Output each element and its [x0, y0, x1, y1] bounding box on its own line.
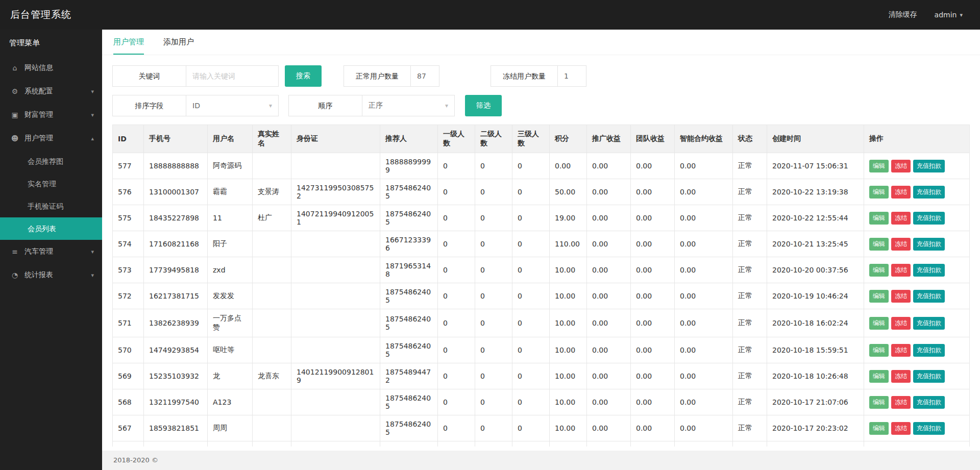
display-icon: ▣: [9, 111, 20, 119]
freeze-button[interactable]: 冻结: [891, 238, 911, 251]
keyword-input[interactable]: [186, 65, 279, 87]
chevron-down-icon: ▾: [91, 249, 94, 255]
sidebar-item-system-config[interactable]: ⚙系统配置▾: [0, 80, 102, 103]
table-cell: 0: [475, 337, 512, 363]
table-row: 57613100001307霸霸支景涛142731199503085752187…: [113, 179, 970, 205]
table-cell: 正常: [733, 283, 767, 309]
edit-button[interactable]: 编辑: [869, 370, 889, 383]
edit-button[interactable]: 编辑: [869, 422, 889, 435]
edit-button[interactable]: 编辑: [869, 396, 889, 409]
recharge-button[interactable]: 充值扣款: [913, 238, 945, 251]
edit-button[interactable]: 编辑: [869, 160, 889, 172]
chevron-down-icon: ▾: [269, 102, 272, 109]
freeze-button[interactable]: 冻结: [891, 344, 911, 357]
table-cell: 0: [475, 309, 512, 337]
sidebar-item-site-info[interactable]: ⌂网站信息: [0, 56, 102, 80]
freeze-button[interactable]: 冻结: [891, 370, 911, 383]
sidebar-item-car-management[interactable]: ≡汽车管理▾: [0, 240, 102, 263]
table-cell: 0: [475, 441, 512, 447]
edit-button[interactable]: 编辑: [869, 290, 889, 303]
column-header: 手机号: [144, 125, 208, 153]
table-cell: 正常: [733, 441, 767, 447]
table-cell: 发发发: [208, 283, 253, 309]
table-cell: [291, 153, 380, 179]
tab[interactable]: 用户管理: [113, 30, 144, 55]
table-cell: 霸霸: [208, 179, 253, 205]
table-cell: 0: [512, 441, 550, 447]
tab[interactable]: 添加用户: [163, 30, 194, 55]
table-cell: [291, 283, 380, 309]
sidebar-subitem[interactable]: 手机验证码: [0, 195, 102, 217]
recharge-button[interactable]: 充值扣款: [913, 370, 945, 383]
edit-button[interactable]: 编辑: [869, 238, 889, 251]
sidebar-item-wealth-management[interactable]: ▣财富管理▾: [0, 103, 102, 127]
table-cell: 17160821168: [144, 231, 208, 257]
freeze-button[interactable]: 冻结: [891, 160, 911, 172]
column-header: ID: [113, 125, 144, 153]
freeze-button[interactable]: 冻结: [891, 290, 911, 303]
edit-button[interactable]: 编辑: [869, 264, 889, 277]
freeze-button[interactable]: 冻结: [891, 422, 911, 435]
table-cell: 2020-10-17 20:21:26: [767, 441, 864, 447]
table-cell: 13211997540: [144, 389, 208, 415]
table-cell: 0.00: [675, 363, 733, 389]
sort-field-select[interactable]: ID ▾: [186, 95, 279, 116]
table-cell: 18754862405: [380, 389, 438, 415]
sidebar-item-report-stats[interactable]: ◔统计报表▾: [0, 263, 102, 287]
table-cell: 2020-10-19 10:46:24: [767, 283, 864, 309]
table-cell: 龙喜东: [253, 363, 291, 389]
table-cell: 0: [438, 257, 475, 283]
admin-user-menu[interactable]: admin ▾: [935, 11, 963, 19]
table-cell: 呕吐等: [208, 337, 253, 363]
recharge-button[interactable]: 充值扣款: [913, 264, 945, 277]
edit-button[interactable]: 编辑: [869, 344, 889, 357]
filter-row-search: 关键词 搜索 正常用户数量 87 冻结用户数量 1: [112, 65, 970, 87]
table-cell: 正常: [733, 153, 767, 179]
recharge-button[interactable]: 充值扣款: [913, 317, 945, 330]
table-cell: 0: [475, 283, 512, 309]
freeze-button[interactable]: 冻结: [891, 212, 911, 225]
recharge-button[interactable]: 充值扣款: [913, 212, 945, 225]
freeze-button[interactable]: 冻结: [891, 264, 911, 277]
edit-button[interactable]: 编辑: [869, 317, 889, 330]
sidebar-subitem[interactable]: 实名管理: [0, 172, 102, 195]
freeze-button[interactable]: 冻结: [891, 317, 911, 330]
recharge-button[interactable]: 充值扣款: [913, 344, 945, 357]
table-cell: [253, 231, 291, 257]
sidebar-subitem[interactable]: 会员推荐图: [0, 150, 102, 172]
recharge-button[interactable]: 充值扣款: [913, 396, 945, 409]
tab-bar: 用户管理添加用户: [102, 30, 980, 55]
column-header: 积分: [550, 125, 587, 153]
table-cell: [253, 153, 291, 179]
table-row: 57317739495818zxd1871965314800010.000.00…: [113, 257, 970, 283]
recharge-button[interactable]: 充值扣款: [913, 186, 945, 199]
edit-button[interactable]: 编辑: [869, 186, 889, 199]
filter-button[interactable]: 筛选: [465, 95, 502, 116]
recharge-button[interactable]: 充值扣款: [913, 290, 945, 303]
recharge-button[interactable]: 充值扣款: [913, 422, 945, 435]
table-cell: 0.00: [587, 283, 631, 309]
sidebar-item-label: 网站信息: [24, 63, 53, 72]
freeze-button[interactable]: 冻结: [891, 396, 911, 409]
table-cell: 18888888888: [144, 153, 208, 179]
search-button[interactable]: 搜索: [285, 65, 322, 87]
sidebar-subitem[interactable]: 会员列表: [0, 217, 102, 240]
sidebar-item-label: 用户管理: [24, 134, 53, 143]
table-cell: 577: [113, 153, 144, 179]
order-select[interactable]: 正序 ▾: [362, 95, 455, 116]
table-cell: 10.00: [550, 389, 587, 415]
table-cell: 2020-10-18 10:26:48: [767, 363, 864, 389]
freeze-button[interactable]: 冻结: [891, 186, 911, 199]
recharge-button[interactable]: 充值扣款: [913, 160, 945, 172]
column-header: 团队收益: [631, 125, 675, 153]
edit-button[interactable]: 编辑: [869, 212, 889, 225]
table-cell: 10.00: [550, 415, 587, 441]
sidebar-item-user-management[interactable]: ☻用户管理▴: [0, 127, 102, 150]
table-cell: 569: [113, 363, 144, 389]
clear-cache-button[interactable]: 清除缓存: [889, 10, 917, 19]
chevron-down-icon: ▾: [91, 272, 94, 279]
table-cell: 10.00: [550, 441, 587, 447]
table-cell: 正常: [733, 415, 767, 441]
table-cell: 566: [113, 441, 144, 447]
table-cell: 2020-10-18 16:02:24: [767, 309, 864, 337]
